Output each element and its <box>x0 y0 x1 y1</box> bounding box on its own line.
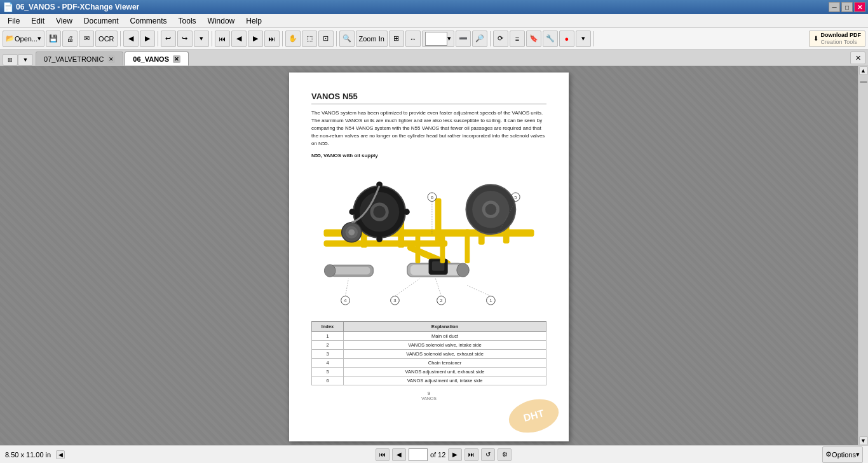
table-cell-index: 2 <box>312 341 344 350</box>
table-header-explanation: Explanation <box>344 322 546 332</box>
hand-tool-button[interactable]: ✋ <box>285 31 301 47</box>
fit-width-button[interactable]: ↔ <box>405 31 421 47</box>
options-button[interactable]: ⚙ Options ▾ <box>822 446 863 463</box>
separator-7 <box>593 31 594 46</box>
menu-item-view[interactable]: View <box>51 15 78 27</box>
zoom-out-button[interactable]: ➖ <box>456 31 471 47</box>
separator-2 <box>158 31 158 46</box>
svg-rect-29 <box>333 267 370 275</box>
pdf-page: VANOS N55 The VANOS system has been opti… <box>289 73 569 441</box>
back-button[interactable]: ◀ <box>123 31 139 47</box>
ocr-button[interactable]: OCR <box>95 31 117 47</box>
zoom-in-button[interactable]: 🔍 <box>339 31 355 47</box>
redo-button[interactable]: ↪ <box>177 31 193 47</box>
prev-page-nav[interactable]: ◀ <box>392 448 406 461</box>
scroll-up-button[interactable]: ▲ <box>859 66 868 75</box>
save-button[interactable]: 💾 <box>46 31 61 47</box>
menu-item-tools[interactable]: Tools <box>173 15 201 27</box>
marquee-tool-button[interactable]: ⊡ <box>318 31 334 47</box>
open-label: Open... <box>15 35 37 43</box>
tab-scroll-left[interactable]: ⊞ <box>3 54 18 66</box>
table-cell-explanation: VANOS solenoid valve, exhaust side <box>344 350 546 359</box>
tab-valvetronic-label: 07_VALVETRONIC <box>44 55 104 63</box>
prev-page-button[interactable]: ◀ <box>231 31 247 47</box>
next-page-button[interactable]: ▶ <box>248 31 263 47</box>
undo-button[interactable]: ↩ <box>161 31 176 47</box>
table-row: 1Main oil duct <box>312 332 546 341</box>
pdf-area[interactable]: VANOS N55 The VANOS system has been opti… <box>0 66 858 445</box>
tab-valvetronic[interactable]: 07_VALVETRONIC ✕ <box>36 52 123 66</box>
horizontal-scroll-left[interactable]: ◀ <box>56 450 65 459</box>
maximize-button[interactable]: □ <box>841 2 853 12</box>
diagram-container: 6 5 3 2 1 4 <box>311 162 546 315</box>
menu-bar: FileEditViewDocumentCommentsToolsWindowH… <box>0 14 868 28</box>
window-title: 06_VANOS - PDF-XChange Viewer <box>16 3 139 11</box>
refresh-nav[interactable]: ↺ <box>481 448 495 461</box>
scroll-down-button[interactable]: ▼ <box>859 436 868 445</box>
menu-item-window[interactable]: Window <box>203 15 240 27</box>
menu-item-document[interactable]: Document <box>79 15 124 27</box>
svg-point-11 <box>373 205 385 218</box>
menu-item-comments[interactable]: Comments <box>125 15 172 27</box>
svg-text:2: 2 <box>440 298 442 303</box>
of-pages-label: of 12 <box>430 451 445 459</box>
separator-4 <box>282 31 283 46</box>
separator-1 <box>120 31 121 46</box>
tab-vanos-label: 06_VANOS <box>133 55 169 63</box>
first-page-button[interactable]: ⏮ <box>215 31 230 47</box>
bookmark-button[interactable]: 🔖 <box>526 31 541 47</box>
select-tool-button[interactable]: ⬚ <box>302 31 317 47</box>
table-row: 2VANOS solenoid valve, intake side <box>312 341 546 350</box>
plugin-dropdown[interactable]: ▾ <box>576 31 591 47</box>
tab-valvetronic-close[interactable]: ✕ <box>107 55 115 63</box>
menu-item-help[interactable]: Help <box>241 15 267 27</box>
download-pdf-button[interactable]: ⬇ Download PDF Creation Tools <box>809 31 866 47</box>
open-icon: 📂 <box>6 34 15 43</box>
svg-rect-34 <box>440 234 445 263</box>
tab-vanos[interactable]: 06_VANOS ✕ <box>125 52 189 66</box>
tab-close-all[interactable]: ✕ <box>850 52 865 64</box>
zoom-in-label-button[interactable]: Zoom In <box>356 31 388 47</box>
tools-btn2[interactable]: 🔧 <box>543 31 558 47</box>
scroll-thumb[interactable] <box>860 81 867 83</box>
settings-nav[interactable]: ⚙ <box>498 448 512 461</box>
table-cell-index: 3 <box>312 350 344 359</box>
rotate-button[interactable]: ⟳ <box>493 31 508 47</box>
pdf-title: VANOS N55 <box>311 92 546 104</box>
continuous-button[interactable]: ≡ <box>510 31 525 47</box>
current-page-input[interactable]: 9 <box>409 448 428 461</box>
tab-sort-button[interactable]: ▼ <box>18 54 33 66</box>
tab-vanos-close[interactable]: ✕ <box>173 55 180 63</box>
open-dropdown-icon: ▾ <box>37 34 41 43</box>
open-button[interactable]: 📂 Open... ▾ <box>3 31 44 47</box>
last-page-button[interactable]: ⏭ <box>264 31 280 47</box>
next-page-nav[interactable]: ▶ <box>448 448 462 461</box>
redo-dropdown[interactable]: ▾ <box>194 31 209 47</box>
zoom-out-btn2[interactable]: 🔎 <box>472 31 487 47</box>
fit-page-button[interactable]: ⊞ <box>389 31 404 47</box>
forward-button[interactable]: ▶ <box>140 31 155 47</box>
close-button[interactable]: ✕ <box>854 2 865 12</box>
main-area: VANOS N55 The VANOS system has been opti… <box>0 66 868 445</box>
zoom-dropdown-button[interactable]: 54% ▾ <box>422 31 454 47</box>
minimize-button[interactable]: ─ <box>829 2 840 12</box>
svg-rect-35 <box>465 229 470 263</box>
status-left: 8.50 x 11.00 in ◀ <box>5 450 65 459</box>
menu-item-file[interactable]: File <box>3 15 25 27</box>
last-page-nav[interactable]: ⏭ <box>465 448 478 461</box>
print-button[interactable]: 🖨 <box>62 31 78 47</box>
svg-point-15 <box>403 209 410 215</box>
pdf-body: The VANOS system has been optimized to p… <box>311 109 546 148</box>
pdf-table: Index Explanation 1Main oil duct2VANOS s… <box>311 321 546 385</box>
right-scrollbar[interactable]: ▲ ▼ <box>858 66 868 445</box>
table-cell-explanation: Main oil duct <box>344 332 546 341</box>
status-center: ⏮ ◀ 9 of 12 ▶ ⏭ ↺ ⚙ <box>376 448 512 461</box>
email-button[interactable]: ✉ <box>79 31 94 47</box>
menu-item-edit[interactable]: Edit <box>26 15 50 27</box>
first-page-nav[interactable]: ⏮ <box>376 448 390 461</box>
zoom-input[interactable]: 54% <box>425 32 447 46</box>
table-cell-index: 6 <box>312 377 344 385</box>
plugin-button[interactable]: ● <box>559 31 574 47</box>
table-cell-explanation: VANOS adjustment unit, exhaust side <box>344 368 546 377</box>
download-icon: ⬇ <box>813 35 818 42</box>
